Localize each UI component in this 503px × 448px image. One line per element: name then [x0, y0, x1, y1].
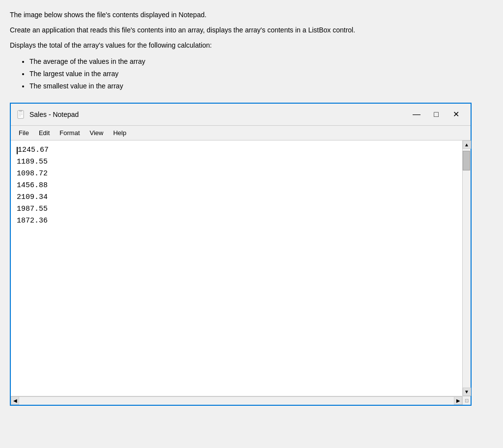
menu-file[interactable]: File	[15, 128, 33, 138]
close-button[interactable]: ✕	[447, 108, 465, 121]
menu-format[interactable]: Format	[56, 128, 84, 138]
horizontal-scrollbar[interactable]: ◀ ▶	[11, 396, 462, 405]
page-content: The image below shows the file's content…	[10, 10, 493, 406]
scroll-up-arrow[interactable]: ▲	[463, 140, 471, 149]
menu-help[interactable]: Help	[109, 128, 130, 138]
content-line-4: 1456.88	[17, 180, 456, 192]
vertical-scrollbar[interactable]: ▲ ▼	[462, 140, 471, 396]
content-line-6: 1987.55	[17, 203, 456, 215]
minimize-button[interactable]: —	[408, 108, 425, 121]
scroll-thumb[interactable]	[463, 151, 470, 170]
titlebar-controls: — □ ✕	[408, 108, 465, 121]
scroll-left-arrow[interactable]: ◀	[11, 396, 19, 405]
bullet-item-3: The smallest value in the array	[29, 80, 493, 92]
menubar: File Edit Format View Help	[11, 126, 471, 140]
content-line-2: 1189.55	[17, 156, 456, 168]
maximize-button[interactable]: □	[427, 108, 445, 121]
editor-content[interactable]: 1245.67 1189.55 1098.72 1456.88 2109.34 …	[11, 140, 462, 396]
menu-view[interactable]: View	[86, 128, 108, 138]
scroll-track[interactable]	[463, 149, 471, 388]
bullet-item-1: The average of the values in the array	[29, 56, 493, 68]
h-scroll-track[interactable]	[19, 397, 454, 405]
bullet-item-2: The largest value in the array	[29, 68, 493, 80]
titlebar: Sales - Notepad — □ ✕	[11, 104, 471, 126]
scroll-down-arrow[interactable]: ▼	[463, 388, 471, 396]
content-line-7: 1872.36	[17, 215, 456, 227]
resize-corner[interactable]: ⊡	[462, 396, 471, 405]
intro-line2: Create an application that reads this fi…	[10, 25, 493, 35]
bullet-list: The average of the values in the array T…	[29, 56, 493, 93]
intro-line1: The image below shows the file's content…	[10, 10, 493, 20]
bottom-bar: ◀ ▶ ⊡	[11, 396, 471, 405]
svg-rect-1	[19, 110, 22, 112]
titlebar-left: Sales - Notepad	[17, 110, 79, 119]
menu-edit[interactable]: Edit	[35, 128, 54, 138]
content-line-3: 1098.72	[17, 168, 456, 180]
notepad-icon	[17, 110, 26, 119]
titlebar-title: Sales - Notepad	[29, 111, 79, 118]
editor-area: 1245.67 1189.55 1098.72 1456.88 2109.34 …	[11, 140, 462, 396]
scroll-right-arrow[interactable]: ▶	[454, 396, 462, 405]
content-line-1: 1245.67	[17, 144, 456, 156]
intro-line3: Displays the total of the array's values…	[10, 40, 493, 51]
editor-wrapper: 1245.67 1189.55 1098.72 1456.88 2109.34 …	[11, 140, 471, 396]
content-line-5: 2109.34	[17, 192, 456, 203]
notepad-window: Sales - Notepad — □ ✕ File Edit Format V…	[10, 103, 472, 406]
